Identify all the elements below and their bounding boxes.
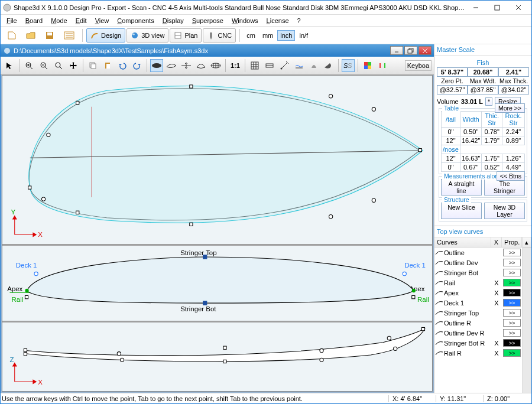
color-toggle-icon[interactable] — [361, 59, 374, 72]
curve-row[interactable]: Deck 1 X >> — [434, 298, 522, 308]
doc-restore-button[interactable] — [404, 46, 417, 55]
curve-row[interactable]: Stringer Bot >> — [434, 268, 522, 278]
view-top-icon[interactable] — [150, 59, 163, 72]
curve-row[interactable]: Outline Dev R >> — [434, 328, 522, 338]
properties-icon[interactable] — [60, 28, 79, 43]
hdr-curves[interactable]: Curves — [434, 237, 491, 247]
zero-pt-input[interactable]: @32.57" — [437, 85, 468, 95]
curve-prop[interactable]: >> — [502, 319, 522, 327]
svg-rect-90 — [203, 255, 207, 259]
curve-prop[interactable]: >> — [502, 339, 522, 347]
tab-3dview[interactable]: 3D view — [126, 28, 168, 43]
pointer-icon[interactable] — [3, 59, 16, 72]
tab-cnc[interactable]: CNC — [203, 28, 236, 43]
fin-plugs-icon[interactable] — [322, 59, 335, 72]
pane-top[interactable]: X Y — [2, 76, 432, 246]
curve-prop[interactable]: >> — [502, 279, 522, 286]
menu-display[interactable]: Display — [159, 16, 187, 25]
curve-row[interactable]: Stringer Top >> — [434, 308, 522, 318]
zoom-out-icon[interactable] — [37, 59, 50, 72]
view-side-icon[interactable] — [165, 59, 178, 72]
maximize-button[interactable] — [486, 2, 508, 14]
max-thck-input[interactable]: @34.02" — [498, 85, 529, 95]
new-3dlayer-button[interactable]: New 3D Layer — [484, 203, 525, 219]
anti-alias-icon[interactable]: SS — [342, 59, 355, 72]
hdr-prop[interactable]: Prop. — [502, 237, 522, 247]
unit-inf[interactable]: in/f — [296, 30, 311, 41]
menu-board[interactable]: Board — [22, 16, 46, 25]
curve-row[interactable]: Outline R >> — [434, 318, 522, 328]
unit-inch[interactable]: inch — [277, 30, 295, 41]
copy-icon[interactable] — [86, 59, 99, 72]
meas-btns-button[interactable]: << Btns — [497, 171, 525, 181]
new-icon[interactable] — [3, 28, 21, 43]
tab-design[interactable]: Design — [86, 28, 125, 43]
meas-stringer-button[interactable]: The Stringer — [484, 179, 525, 196]
length-input[interactable]: 5' 8.37" — [437, 67, 468, 77]
save-icon[interactable] — [41, 28, 59, 43]
hdr-x[interactable]: X — [491, 237, 502, 247]
curve-prop[interactable]: >> — [502, 289, 522, 297]
view-wireframe-icon[interactable] — [209, 59, 222, 72]
curve-prop[interactable]: >> — [502, 259, 522, 266]
curve-prop[interactable]: >> — [502, 249, 522, 256]
view-thickness-icon[interactable] — [180, 59, 193, 72]
curve-row[interactable]: Apex X >> — [434, 288, 522, 298]
curve-prop[interactable]: >> — [502, 269, 522, 276]
view-slice-icon[interactable] — [194, 59, 207, 72]
pan-icon[interactable] — [67, 59, 80, 72]
mode-b-icon[interactable] — [376, 59, 389, 72]
unit-mm[interactable]: mm — [259, 30, 276, 41]
menu-edit[interactable]: Edit — [72, 16, 90, 25]
ratio-label[interactable]: 1:1 — [229, 62, 242, 69]
pane-slice[interactable]: Y Stringer Top Stringer Bot Deck 1 Deck … — [2, 246, 432, 322]
curve-row[interactable]: Outline Dev >> — [434, 258, 522, 268]
menu-windows[interactable]: Windows — [228, 16, 262, 25]
curve-row[interactable]: Outline >> — [434, 247, 522, 258]
open-icon[interactable] — [22, 28, 40, 43]
new-slice-button[interactable]: New Slice — [441, 203, 482, 219]
curve-row[interactable]: Rail R X >> — [434, 348, 522, 358]
max-wdt-input[interactable]: @37.85" — [468, 85, 498, 95]
menu-components[interactable]: Components — [113, 16, 157, 25]
unit-cm[interactable]: cm — [244, 30, 258, 41]
curve-prop[interactable]: >> — [502, 299, 522, 307]
curve-row[interactable]: Rail X >> — [434, 278, 522, 288]
rail-icon[interactable] — [263, 59, 276, 72]
curve-prop[interactable]: >> — [502, 349, 522, 357]
svg-point-77 — [329, 214, 333, 218]
pane-profile[interactable]: X Z — [2, 322, 432, 391]
curves-scrollbar[interactable]: ▴ — [522, 237, 531, 393]
fins-icon[interactable] — [307, 59, 320, 72]
table-more-button[interactable]: More >> — [495, 103, 525, 113]
meas-straight-button[interactable]: A straight line — [441, 179, 482, 196]
volume-star-button[interactable]: * — [485, 97, 492, 106]
close-button[interactable] — [508, 2, 529, 14]
menu-view[interactable]: View — [92, 16, 113, 25]
menu-file[interactable]: File — [3, 16, 21, 25]
curve-prop[interactable]: >> — [502, 309, 522, 317]
curve-prop[interactable]: >> — [502, 329, 522, 337]
doc-close-button[interactable] — [419, 46, 432, 55]
scroll-up-icon[interactable]: ▴ — [523, 237, 531, 247]
minimize-button[interactable] — [465, 2, 486, 14]
keyboard-button[interactable]: Keyboa — [405, 60, 432, 71]
board-name: Fish — [437, 58, 529, 67]
tab-plan[interactable]: Plan — [170, 28, 202, 43]
measure-icon[interactable] — [278, 59, 291, 72]
undo-icon[interactable] — [116, 59, 129, 72]
paste-icon[interactable] — [101, 59, 114, 72]
thick-input[interactable]: 2.41" — [498, 67, 529, 77]
redo-icon[interactable] — [131, 59, 144, 72]
curve-row[interactable]: Stringer Bot R X >> — [434, 338, 522, 348]
menu-license[interactable]: License — [263, 16, 293, 25]
menu-superpose[interactable]: Superpose — [189, 16, 227, 25]
buoyancy-icon[interactable] — [293, 59, 306, 72]
doc-minimize-button[interactable] — [390, 46, 403, 55]
menu-mode[interactable]: Mode — [47, 16, 71, 25]
grid-icon[interactable] — [248, 59, 261, 72]
menu-help[interactable]: ? — [294, 16, 304, 25]
zoom-in-icon[interactable] — [22, 59, 35, 72]
width-input[interactable]: 20.68" — [468, 67, 498, 77]
zoom-window-icon[interactable] — [52, 59, 65, 72]
